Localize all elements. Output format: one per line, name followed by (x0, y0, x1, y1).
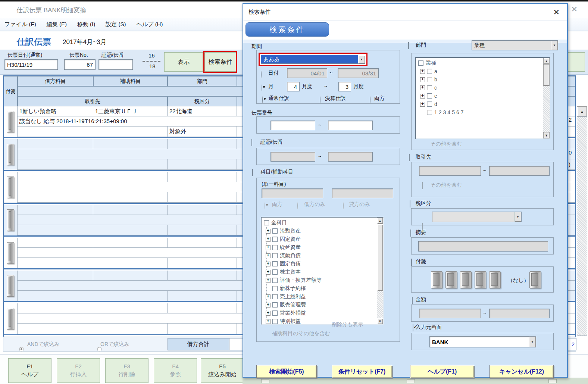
account-checkbox[interactable] (252, 169, 253, 176)
date-to-field[interactable]: 03/31 (338, 68, 379, 78)
expand-plus-icon[interactable] (266, 245, 270, 250)
scroll-down-icon[interactable] (543, 132, 550, 138)
expand-plus-icon[interactable] (266, 303, 270, 307)
main-close-icon[interactable]: ✕ (571, 5, 578, 13)
tree-item[interactable]: 繰延資産 (263, 243, 383, 252)
tree-item[interactable]: e (417, 92, 550, 100)
expand-plus-icon[interactable] (420, 102, 425, 107)
expand-plus-icon[interactable] (420, 69, 425, 74)
menu-settings[interactable]: 設定 (S) (106, 21, 126, 28)
scroll-down-icon[interactable] (377, 318, 383, 324)
edge-button-fragment[interactable] (566, 52, 585, 72)
tree-checkbox[interactable] (272, 319, 278, 324)
expand-plus-icon[interactable] (420, 94, 425, 99)
fusen-tab-icon-none[interactable] (529, 271, 541, 288)
amount-checkbox[interactable] (412, 297, 413, 304)
fusen-tab-icon-5[interactable] (489, 271, 501, 288)
fusen-tab-icon-3[interactable] (460, 271, 472, 288)
period-dropdown[interactable]: あああ (261, 55, 365, 64)
tree-checkbox[interactable] (272, 245, 278, 250)
tree-checkbox[interactable] (272, 269, 278, 275)
month-to-field[interactable]: 3 (338, 82, 351, 91)
fkey-f5-button[interactable]: F5絞込み開始 (201, 358, 244, 383)
tree-checkbox[interactable] (427, 93, 432, 99)
tree-checkbox[interactable] (272, 261, 278, 266)
menu-help[interactable]: ヘルプ (H) (136, 21, 163, 28)
expand-plus-icon[interactable] (266, 262, 270, 266)
scroll-up-icon[interactable] (377, 218, 383, 224)
fkey-f2-button[interactable]: F2行挿入 (57, 358, 100, 383)
voucher-no-input[interactable]: 67 (64, 59, 96, 70)
department-tree-scrollbar[interactable] (543, 58, 550, 138)
tree-item[interactable]: 評価・換算差額等 (263, 276, 383, 284)
expand-plus-icon[interactable] (420, 85, 425, 90)
tree-checkbox[interactable] (272, 253, 278, 258)
account-tree-scrollbar[interactable] (377, 218, 383, 324)
fkey-f3-button[interactable]: F3行削除 (105, 358, 148, 383)
tree-checkbox[interactable] (264, 220, 269, 225)
tree-checkbox[interactable] (272, 302, 278, 307)
account-both-radio[interactable] (265, 202, 265, 209)
date-range-radio[interactable] (261, 71, 262, 78)
bookmark-icon[interactable] (7, 177, 14, 198)
closing-journal-radio[interactable] (320, 96, 320, 103)
table-scroll-up-icon[interactable] (577, 106, 587, 116)
department-checkbox[interactable] (408, 42, 409, 49)
tree-checkbox[interactable] (272, 310, 278, 316)
show-button[interactable]: 表示 (164, 52, 203, 72)
tree-item[interactable]: d (417, 100, 550, 108)
tree-item[interactable]: 株主資本 (263, 268, 383, 276)
expand-plus-icon[interactable] (266, 278, 270, 283)
voucher-from-field[interactable] (270, 121, 315, 130)
dialog-close-icon[interactable]: ✕ (553, 8, 560, 16)
evidence-checkbox[interactable] (251, 139, 252, 146)
tree-item[interactable]: 売上総利益 (263, 293, 383, 301)
credit-only-radio[interactable] (343, 202, 344, 209)
cell-department[interactable]: 22北海道 (168, 106, 237, 116)
tree-checkbox[interactable] (427, 77, 432, 82)
tree-checkbox[interactable] (272, 237, 278, 242)
tree-checkbox[interactable] (272, 286, 278, 291)
account-field-1[interactable] (262, 188, 323, 198)
expand-plus-icon[interactable] (266, 270, 270, 275)
summary-checkbox[interactable] (410, 230, 411, 237)
expand-plus-icon[interactable] (266, 311, 270, 316)
cell-sub-account[interactable]: 1三菱東京ＵＦＪ (93, 106, 168, 116)
customer-checkbox[interactable] (409, 154, 410, 161)
tree-checkbox[interactable] (418, 60, 423, 66)
search-conditions-button[interactable]: 検索条件 (204, 52, 236, 72)
fusen-tab-icon-1[interactable] (431, 271, 442, 288)
and-filter-radio[interactable] (19, 347, 24, 352)
help-button[interactable]: ヘルプ(F1) (410, 365, 474, 378)
fusen-cell[interactable] (4, 106, 18, 137)
month-from-field[interactable]: 4 (287, 82, 300, 91)
tree-checkbox[interactable] (427, 85, 432, 90)
expand-plus-icon[interactable] (266, 253, 270, 258)
fusen-tab-icon-4[interactable] (475, 271, 486, 288)
date-from-field[interactable]: 04/01 (287, 68, 327, 78)
tree-checkbox[interactable] (427, 69, 432, 74)
tree-item[interactable]: 流動資産 (263, 227, 383, 235)
cancel-button[interactable]: キャンセル(F12) (490, 365, 554, 378)
tree-item[interactable]: 特別損益 (263, 317, 383, 325)
cell-debit-account[interactable]: 1新しい預金略 (18, 106, 93, 116)
fusen-checkbox[interactable] (411, 259, 412, 266)
debit-only-radio[interactable] (297, 202, 298, 209)
tax-class-dropdown[interactable] (432, 212, 522, 222)
evidence-to-field[interactable] (328, 152, 373, 162)
scroll-up-icon[interactable] (543, 58, 550, 64)
customer-to-field[interactable] (489, 166, 550, 176)
menu-move[interactable]: 移動 (I) (77, 21, 95, 28)
tree-item[interactable]: a (417, 67, 550, 75)
bookmark-icon[interactable] (7, 275, 14, 297)
expand-plus-icon[interactable] (266, 294, 270, 299)
amount-to-field[interactable] (489, 309, 550, 318)
tree-item[interactable]: 固定負債 (263, 260, 383, 268)
search-start-button[interactable]: 検索開始(F5) (256, 365, 317, 378)
expand-plus-icon[interactable] (266, 229, 270, 234)
bookmark-icon[interactable] (7, 242, 14, 264)
bookmark-icon[interactable] (7, 308, 14, 330)
tax-class-checkbox[interactable] (410, 200, 410, 207)
tree-item[interactable]: 新株予約権 (263, 284, 383, 293)
tree-item[interactable]: 営業外損益 (263, 309, 383, 317)
